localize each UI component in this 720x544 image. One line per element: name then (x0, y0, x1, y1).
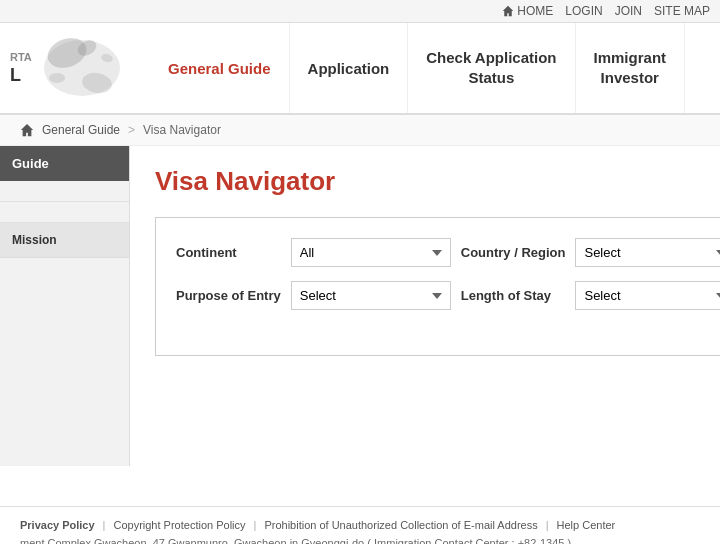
country-select[interactable]: SelectUnited StatesChinaJapanUnited King… (575, 238, 720, 267)
sidebar: Guide Mission (0, 146, 130, 466)
filter-form: Continent AllAsiaEuropeAmericasAfricaOce… (176, 238, 720, 310)
nav-general-guide[interactable]: General Guide (150, 23, 290, 113)
nav-check-application[interactable]: Check Application Status (408, 23, 575, 113)
breadcrumb-current: Visa Navigator (143, 123, 221, 137)
home-label: HOME (517, 4, 553, 18)
breadcrumb-separator: > (128, 123, 135, 137)
nav-application[interactable]: Application (290, 23, 409, 113)
content-area: Visa Navigator Continent AllAsiaEuropeAm… (130, 146, 720, 466)
svg-point-4 (49, 73, 65, 83)
continent-label: Continent (176, 245, 281, 260)
sidebar-item-1[interactable] (0, 181, 129, 202)
length-label: Length of Stay (461, 288, 566, 303)
breadcrumb: General Guide > Visa Navigator (0, 115, 720, 146)
breadcrumb-general-guide[interactable]: General Guide (42, 123, 120, 137)
sidebar-title: Guide (0, 146, 129, 181)
login-link[interactable]: LOGIN (565, 4, 602, 18)
header: RTA L General Guide Application Check Ap… (0, 23, 720, 115)
country-label: Country / Region (461, 245, 566, 260)
logo-main: L (10, 65, 21, 85)
logo-area: RTA L (10, 33, 150, 103)
privacy-policy-link[interactable]: Privacy Policy (20, 519, 95, 531)
nav-area: General Guide Application Check Applicat… (150, 23, 710, 113)
sitemap-link[interactable]: SITE MAP (654, 4, 710, 18)
continent-select[interactable]: AllAsiaEuropeAmericasAfricaOceania (291, 238, 451, 267)
logo-sub: RTA (10, 51, 32, 63)
page-title: Visa Navigator (155, 166, 720, 197)
ink-splash-logo (37, 33, 127, 103)
sidebar-mission[interactable]: Mission (0, 223, 129, 258)
main-layout: Guide Mission Visa Navigator Continent A… (0, 146, 720, 466)
breadcrumb-home-icon (20, 123, 34, 137)
visa-navigator-box: Continent AllAsiaEuropeAmericasAfricaOce… (155, 217, 720, 356)
home-icon (502, 5, 514, 17)
footer-links: Privacy Policy | Copyright Protection Po… (20, 519, 700, 531)
logo-text: RTA L (10, 51, 32, 86)
top-bar: HOME LOGIN JOIN SITE MAP (0, 0, 720, 23)
footer-address: ment Complex Gwacheon, 47 Gwanmunro, Gwa… (20, 537, 700, 544)
footer: Privacy Policy | Copyright Protection Po… (0, 506, 720, 544)
help-center-link[interactable]: Help Center (557, 519, 616, 531)
home-link[interactable]: HOME (502, 4, 553, 18)
join-link[interactable]: JOIN (615, 4, 642, 18)
length-select[interactable]: SelectLess than 30 days30-90 days90-180 … (575, 281, 720, 310)
nav-immigrant-investor[interactable]: Immigrant Investor (576, 23, 686, 113)
copyright-link[interactable]: Copyright Protection Policy (113, 519, 245, 531)
purpose-select[interactable]: SelectTourismBusinessStudyWorkTransit (291, 281, 451, 310)
sidebar-item-2[interactable] (0, 202, 129, 223)
purpose-label: Purpose of Entry (176, 288, 281, 303)
prohibition-link[interactable]: Prohibition of Unauthorized Collection o… (264, 519, 537, 531)
